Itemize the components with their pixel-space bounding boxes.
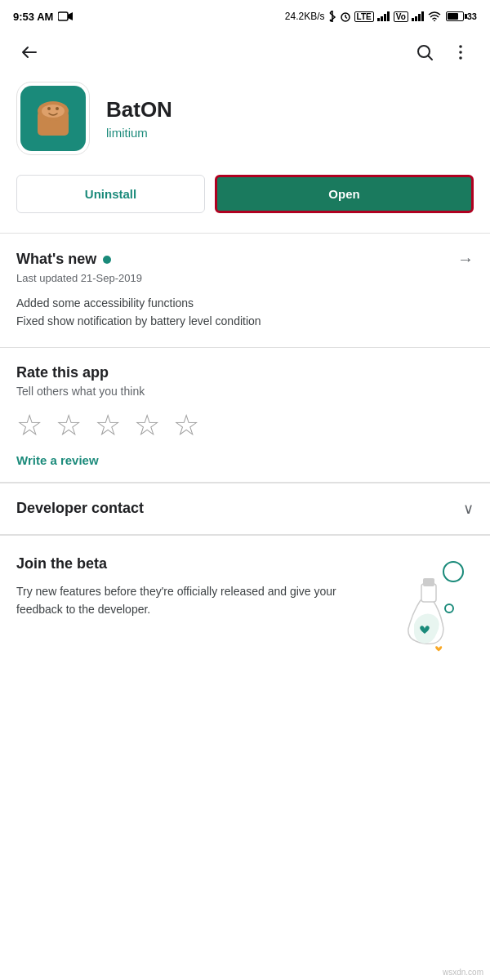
green-dot	[103, 256, 111, 264]
join-beta-section: Join the beta Try new features before th…	[0, 536, 490, 676]
search-button[interactable]	[408, 36, 441, 69]
star-4[interactable]: ☆	[134, 411, 160, 440]
battery-level: 33	[467, 11, 477, 21]
open-button[interactable]: Open	[215, 175, 474, 213]
svg-point-18	[459, 56, 462, 60]
svg-line-4	[345, 17, 347, 19]
svg-point-23	[56, 107, 59, 110]
svg-line-15	[429, 56, 433, 60]
status-bar: 9:53 AM 24.2KB/s LTE Vo	[0, 0, 490, 29]
uninstall-button[interactable]: Uninstall	[16, 175, 205, 213]
network-speed: 24.2KB/s	[285, 11, 325, 22]
svg-rect-25	[421, 584, 436, 602]
nav-right	[408, 36, 477, 69]
time-text: 9:53 AM	[13, 11, 53, 23]
status-time: 9:53 AM	[13, 11, 73, 23]
star-5[interactable]: ☆	[173, 411, 199, 440]
battery-icon	[446, 11, 464, 21]
stars-row: ☆ ☆ ☆ ☆ ☆	[16, 411, 474, 440]
app-developer: limitium	[106, 126, 172, 140]
app-icon-wrapper	[16, 82, 90, 155]
last-updated: Last updated 21-Sep-2019	[16, 272, 474, 284]
svg-rect-12	[421, 11, 424, 21]
wifi-icon	[428, 11, 441, 21]
svg-point-13	[434, 20, 435, 21]
section-title-row: What's new	[16, 251, 111, 268]
svg-point-22	[47, 107, 51, 110]
bluetooth-icon	[328, 11, 336, 22]
svg-point-17	[459, 51, 462, 54]
whats-new-section: What's new → Last updated 21-Sep-2019 Ad…	[0, 234, 490, 347]
beta-text: Join the beta Try new features before th…	[16, 555, 384, 619]
write-review-link[interactable]: Write a review	[16, 453, 474, 467]
whats-new-line1: Added some accessibility functions	[16, 294, 474, 312]
back-button[interactable]	[13, 36, 46, 69]
app-name: BatON	[106, 97, 172, 122]
app-icon	[20, 86, 86, 151]
arrow-right-icon[interactable]: →	[457, 250, 474, 269]
svg-rect-11	[418, 14, 421, 21]
svg-point-16	[459, 45, 462, 48]
beta-title: Join the beta	[16, 555, 371, 572]
app-logo	[31, 96, 75, 140]
whats-new-content: Added some accessibility functions Fixed…	[16, 294, 474, 331]
svg-rect-26	[423, 578, 434, 586]
star-3[interactable]: ☆	[95, 411, 121, 440]
svg-rect-10	[415, 16, 417, 21]
rate-title: Rate this app	[16, 364, 474, 381]
camera-icon	[58, 11, 73, 22]
beta-description: Try new features before they're official…	[16, 582, 371, 619]
svg-rect-5	[377, 18, 380, 21]
svg-rect-7	[384, 14, 386, 21]
star-1[interactable]: ☆	[16, 411, 42, 440]
alarm-icon	[340, 11, 351, 22]
top-nav	[0, 29, 490, 75]
developer-contact-title: Developer contact	[16, 500, 144, 517]
svg-marker-1	[68, 12, 73, 20]
status-indicators: 24.2KB/s LTE Vo	[285, 11, 477, 22]
lte-badge: LTE	[354, 11, 374, 22]
whats-new-title: What's new	[16, 251, 96, 268]
whats-new-header: What's new →	[16, 250, 474, 269]
signal-icon	[377, 11, 390, 21]
star-2[interactable]: ☆	[56, 411, 82, 440]
beta-svg	[384, 555, 474, 653]
svg-rect-9	[412, 18, 414, 21]
rate-app-section: Rate this app Tell others what you think…	[0, 348, 490, 482]
app-info: BatON limitium	[106, 97, 172, 140]
svg-point-27	[445, 604, 453, 612]
svg-point-24	[443, 562, 463, 581]
watermark: wsxdn.com	[443, 968, 483, 977]
action-buttons: Uninstall Open	[0, 172, 490, 233]
chevron-down-icon: ∨	[463, 500, 474, 518]
whats-new-line2: Fixed show notification by battery level…	[16, 312, 474, 330]
svg-rect-8	[387, 11, 390, 21]
more-button[interactable]	[444, 36, 477, 69]
rate-subtitle: Tell others what you think	[16, 385, 474, 398]
app-header: BatON limitium	[0, 75, 490, 172]
signal-icon-2	[412, 11, 425, 21]
svg-rect-0	[58, 12, 68, 20]
volte-badge: Vo	[394, 11, 408, 22]
beta-illustration	[384, 555, 474, 657]
svg-rect-6	[381, 16, 383, 21]
developer-contact-section[interactable]: Developer contact ∨	[0, 483, 490, 535]
